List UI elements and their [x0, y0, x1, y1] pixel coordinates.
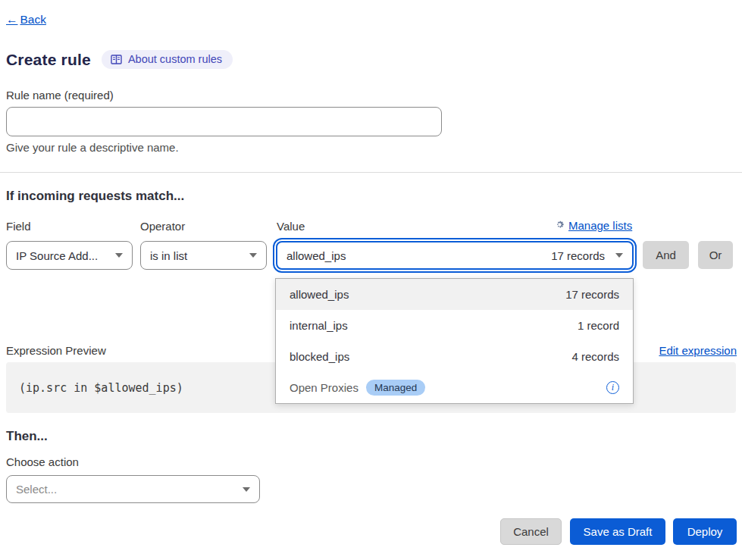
list-option-name: blocked_ips — [290, 350, 349, 363]
back-link[interactable]: ←Back — [6, 13, 46, 27]
operator-select[interactable]: is in list — [140, 241, 267, 270]
choose-action-label: Choose action — [6, 455, 79, 468]
chevron-down-icon — [243, 487, 250, 492]
field-select-value: IP Source Add... — [16, 249, 98, 262]
list-option-name: internal_ips — [290, 319, 348, 332]
list-option-blocked-ips[interactable]: blocked_ips 4 records — [276, 341, 633, 372]
value-label: Value — [277, 220, 305, 233]
list-option-records: 1 record — [578, 319, 619, 332]
manage-lists-label: Manage lists — [568, 219, 632, 232]
action-select[interactable]: Select... — [6, 475, 260, 503]
operator-select-value: is in list — [150, 249, 187, 262]
expression-code: (ip.src in $allowed_ips) — [19, 381, 183, 395]
list-option-name: allowed_ips — [290, 288, 349, 301]
rule-name-input[interactable] — [6, 107, 442, 136]
list-option-internal-ips[interactable]: internal_ips 1 record — [276, 310, 633, 341]
about-badge-label: About custom rules — [128, 53, 222, 65]
edit-expression-link[interactable]: Edit expression — [659, 344, 737, 357]
about-custom-rules-link[interactable]: About custom rules — [102, 50, 233, 69]
info-icon[interactable]: i — [606, 381, 619, 394]
deploy-button[interactable]: Deploy — [673, 518, 737, 545]
title-row: Create rule About custom rules — [6, 50, 233, 69]
book-icon — [111, 55, 122, 64]
page-title: Create rule — [6, 51, 91, 69]
expression-preview-label: Expression Preview — [6, 344, 106, 357]
list-option-records: 17 records — [565, 288, 619, 301]
save-as-draft-button[interactable]: Save as Draft — [570, 518, 665, 545]
chevron-down-icon — [615, 253, 623, 258]
gear-icon — [555, 219, 565, 232]
back-arrow-icon: ← — [6, 13, 18, 27]
section-divider — [0, 172, 742, 173]
rule-name-label: Rule name (required) — [6, 89, 114, 102]
chevron-down-icon — [115, 253, 123, 258]
cancel-button[interactable]: Cancel — [500, 518, 562, 545]
value-dropdown-panel: allowed_ips 17 records internal_ips 1 re… — [275, 278, 634, 404]
value-select[interactable]: allowed_ips 17 records — [276, 241, 634, 270]
field-label: Field — [6, 220, 31, 233]
and-button[interactable]: And — [643, 241, 689, 269]
match-section-heading: If incoming requests match... — [6, 189, 184, 204]
then-heading: Then... — [6, 429, 48, 444]
operator-label: Operator — [140, 220, 185, 233]
managed-badge: Managed — [366, 380, 425, 396]
rule-name-helper: Give your rule a descriptive name. — [6, 141, 179, 154]
list-option-open-proxies[interactable]: Open Proxies Managed i — [276, 372, 633, 403]
back-label: Back — [20, 13, 46, 27]
manage-lists-link[interactable]: Manage lists — [555, 219, 635, 232]
chevron-down-icon — [249, 253, 257, 258]
list-option-allowed-ips[interactable]: allowed_ips 17 records — [276, 279, 633, 310]
list-option-records: 4 records — [571, 350, 619, 363]
list-option-name: Open Proxies — [290, 381, 358, 394]
action-select-placeholder: Select... — [16, 483, 57, 496]
or-button[interactable]: Or — [698, 241, 733, 269]
value-select-record-count: 17 records — [551, 249, 605, 262]
value-select-value: allowed_ips — [286, 249, 346, 262]
field-select[interactable]: IP Source Add... — [6, 241, 133, 270]
